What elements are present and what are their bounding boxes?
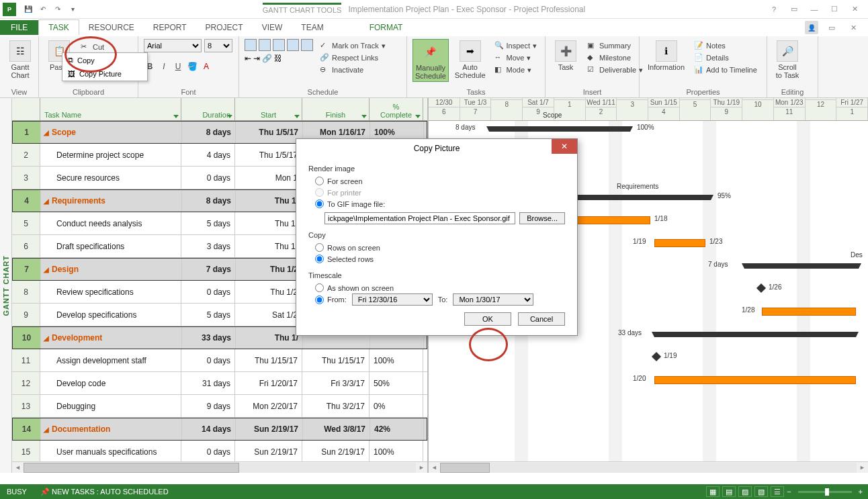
cell-task-name[interactable]: Assign development staff xyxy=(40,349,181,371)
cell-finish[interactable]: Thu 3/2/17 xyxy=(302,395,370,417)
from-date-select[interactable]: Fri 12/30/16 xyxy=(352,293,433,306)
cell-start[interactable]: Thu 1/2 xyxy=(235,281,302,303)
cell-task-name[interactable]: Secure resources xyxy=(40,167,181,189)
undo-icon[interactable]: ↶ xyxy=(38,4,48,15)
cell-start[interactable]: Thu 1/ xyxy=(236,327,303,349)
to-date-select[interactable]: Mon 1/30/17 xyxy=(453,293,533,306)
for-printer-radio[interactable]: For printer xyxy=(308,187,565,198)
col-task-name[interactable]: Task Name xyxy=(40,98,181,120)
fill-color-button[interactable]: 🪣 xyxy=(186,60,198,73)
task-bar[interactable] xyxy=(762,308,856,316)
manually-schedule-button[interactable]: 📌 Manually Schedule xyxy=(413,39,449,82)
cell-start[interactable]: Sat 1/2 xyxy=(235,304,302,326)
font-size-select[interactable]: 8 xyxy=(204,39,232,52)
help-icon[interactable]: ? xyxy=(766,3,782,15)
pct-0-icon[interactable] xyxy=(245,39,257,51)
row-number[interactable]: 4 xyxy=(13,190,41,212)
dialog-close-button[interactable]: ✕ xyxy=(552,139,577,154)
cell-task-name[interactable]: ◢Documentation xyxy=(41,418,182,440)
cell-pct[interactable]: 42% xyxy=(370,418,424,440)
row-number[interactable]: 11 xyxy=(12,349,40,371)
cell-finish[interactable]: Thu 1/15/17 xyxy=(302,349,370,371)
qat-customize-icon[interactable]: ▾ xyxy=(67,4,78,15)
cell-start[interactable]: Thu 1/5/17 xyxy=(236,122,303,143)
from-radio[interactable]: From: xyxy=(315,294,347,306)
cell-task-name[interactable]: ◢Scope xyxy=(41,122,182,143)
cell-pct[interactable]: 100% xyxy=(370,441,423,463)
cell-start[interactable]: Sun 2/19/17 xyxy=(235,441,302,463)
row-number[interactable]: 14 xyxy=(13,418,41,440)
cell-task-name[interactable]: ◢Development xyxy=(41,327,182,349)
underline-button[interactable]: U xyxy=(172,60,184,73)
row-number[interactable]: 15 xyxy=(12,441,40,463)
indent-icon[interactable]: ⇥ xyxy=(253,54,260,63)
cell-duration[interactable]: 3 days xyxy=(181,235,235,257)
as-shown-radio[interactable]: As shown on screen xyxy=(308,282,565,293)
row-number[interactable]: 7 xyxy=(13,259,41,280)
tab-resource[interactable]: RESOURCE xyxy=(79,20,144,35)
cell-duration[interactable]: 4 days xyxy=(181,144,235,166)
close-icon[interactable]: ✕ xyxy=(847,3,863,15)
cell-duration[interactable]: 0 days xyxy=(181,441,235,463)
table-row[interactable]: 11Assign development staff0 daysThu 1/15… xyxy=(12,349,427,372)
row-header-corner[interactable] xyxy=(12,98,40,120)
cell-duration[interactable]: 14 days xyxy=(182,418,236,440)
collapse-icon[interactable]: ◢ xyxy=(44,129,49,136)
col-pct[interactable]: % Complete xyxy=(370,98,423,120)
cell-task-name[interactable]: Conduct needs analysis xyxy=(40,212,181,234)
table-row[interactable]: 15User manuals specifications0 daysSun 2… xyxy=(12,441,427,463)
cell-pct[interactable]: 100% xyxy=(370,349,423,371)
table-row[interactable]: 14◢Documentation14 daysSun 2/19/17Wed 3/… xyxy=(12,418,427,441)
unlink-icon[interactable]: ⛓ xyxy=(274,54,282,63)
cell-task-name[interactable]: Determine project scope xyxy=(40,144,181,166)
cancel-button[interactable]: Cancel xyxy=(518,312,565,326)
link-icon[interactable]: 🔗 xyxy=(262,54,272,63)
move-button[interactable]: ↔Move ▾ xyxy=(492,52,539,63)
cell-task-name[interactable]: Develop specifications xyxy=(40,304,181,326)
italic-button[interactable]: I xyxy=(158,60,170,73)
deliverable-button[interactable]: ☑Deliverable ▾ xyxy=(584,64,646,75)
outdent-icon[interactable]: ⇤ xyxy=(245,54,251,63)
task-bar[interactable] xyxy=(654,376,856,384)
collapse-icon[interactable]: ◢ xyxy=(44,197,49,205)
details-button[interactable]: 📄Details xyxy=(691,52,760,63)
cell-start[interactable]: Sun 2/19/17 xyxy=(236,418,303,440)
cell-start[interactable]: Thu 1/ xyxy=(236,190,303,212)
tab-task[interactable]: TASK xyxy=(38,19,79,36)
add-to-timeline-button[interactable]: 📊Add to Timeline xyxy=(691,64,760,75)
copy-menu-copy-picture[interactable]: 🖼Copy Picture xyxy=(62,67,147,81)
cell-duration[interactable]: 5 days xyxy=(181,304,235,326)
cell-duration[interactable]: 0 days xyxy=(181,281,235,303)
cell-duration[interactable]: 5 days xyxy=(181,212,235,234)
pct-75-icon[interactable] xyxy=(287,39,299,51)
scroll-left-icon[interactable]: ◄ xyxy=(12,463,24,473)
ok-button[interactable]: OK xyxy=(464,312,511,326)
cell-start[interactable]: Thu 1/ xyxy=(235,212,302,234)
information-button[interactable]: ℹ Information xyxy=(645,39,687,73)
cell-start[interactable]: Fri 1/20/17 xyxy=(235,372,302,394)
milestone[interactable] xyxy=(756,283,766,293)
summary-bar-design[interactable] xyxy=(744,263,859,269)
status-new-tasks[interactable]: 📌 NEW TASKS : AUTO SCHEDULED xyxy=(34,488,175,496)
view-gantt-icon[interactable]: ▦ xyxy=(706,486,720,497)
cell-duration[interactable]: 9 days xyxy=(181,395,235,417)
cell-duration[interactable]: 8 days xyxy=(182,190,236,212)
tab-team[interactable]: TEAM xyxy=(292,20,333,35)
milestone-button[interactable]: ◆Milestone xyxy=(584,52,646,63)
gantt-hscroll[interactable]: ◄ ► xyxy=(429,461,868,473)
pct-50-icon[interactable] xyxy=(273,39,285,51)
auto-schedule-button[interactable]: ➡ Auto Schedule xyxy=(453,39,488,81)
to-gif-radio[interactable]: To GIF image file: xyxy=(308,198,565,210)
browse-button[interactable]: Browse... xyxy=(519,212,565,224)
view-calendar-icon[interactable]: ▧ xyxy=(754,486,768,497)
task-bar[interactable] xyxy=(654,239,705,247)
cell-duration[interactable]: 33 days xyxy=(182,327,236,349)
cell-start[interactable]: Mon 2/20/17 xyxy=(235,395,302,417)
scroll-right-icon[interactable]: ► xyxy=(416,463,427,473)
collapse-icon[interactable]: ◢ xyxy=(44,426,49,433)
tab-report[interactable]: REPORT xyxy=(144,20,196,35)
grid-hscroll[interactable]: ◄ ► xyxy=(12,461,427,473)
summary-button[interactable]: ▣Summary xyxy=(584,40,646,51)
font-color-button[interactable]: A xyxy=(200,60,212,73)
summary-bar-req[interactable] xyxy=(570,195,711,200)
